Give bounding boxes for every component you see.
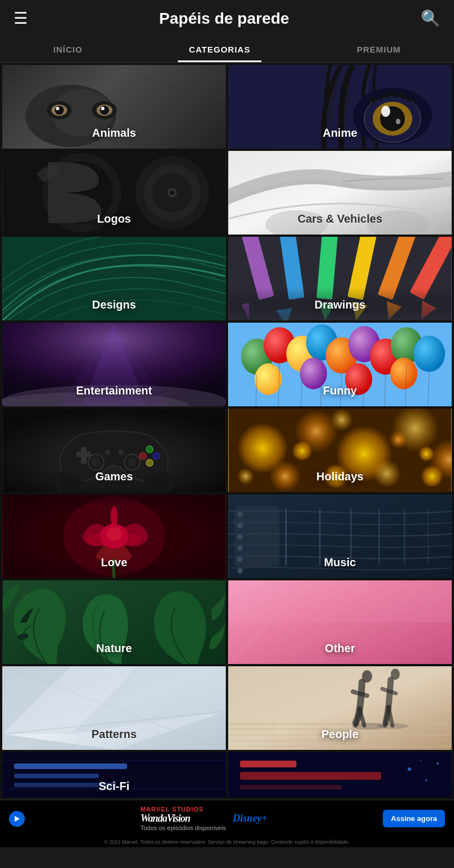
category-animals[interactable]: Animals: [2, 65, 226, 149]
svg-point-104: [269, 461, 301, 492]
ad-fine-print: © 2021 Marvel. Todos os direitos reserva…: [0, 837, 454, 847]
svg-rect-128: [319, 509, 321, 565]
svg-point-186: [436, 762, 439, 765]
category-label: Sci-Fi: [99, 780, 129, 793]
svg-point-108: [237, 468, 254, 485]
ad-banner: MARVEL STUDIOS WandaVision Todos os epis…: [0, 800, 454, 837]
category-entertainment[interactable]: Entertainment: [2, 323, 226, 406]
category-drawings[interactable]: Drawings: [228, 237, 452, 320]
svg-line-11: [8, 76, 48, 96]
svg-point-6: [55, 106, 64, 115]
search-icon[interactable]: 🔍: [421, 9, 440, 28]
category-label: Holidays: [316, 470, 363, 483]
category-music[interactable]: Music: [228, 494, 452, 578]
category-designs[interactable]: Designs: [2, 237, 226, 320]
svg-point-112: [418, 446, 434, 462]
svg-rect-127: [285, 509, 287, 565]
svg-point-74: [390, 358, 417, 389]
svg-point-124: [237, 545, 243, 551]
svg-rect-132: [427, 509, 429, 565]
category-scifi[interactable]: Sci-Fi: [2, 752, 226, 797]
svg-point-107: [421, 465, 443, 488]
svg-point-121: [237, 511, 243, 517]
svg-point-173: [377, 723, 408, 729]
svg-line-24: [394, 89, 395, 98]
category-anime[interactable]: Anime: [228, 65, 452, 149]
category-label: People: [321, 728, 359, 741]
category-funny[interactable]: Funny: [228, 323, 452, 406]
svg-point-106: [373, 459, 401, 488]
svg-point-95: [91, 458, 101, 467]
tab-inicio[interactable]: INÍCIO: [42, 37, 94, 62]
svg-point-126: [237, 568, 243, 574]
svg-rect-130: [378, 509, 380, 565]
category-label: Drawings: [315, 298, 365, 311]
app-header: ☰ Papéis de parede 🔍: [0, 0, 454, 37]
svg-point-125: [237, 557, 243, 562]
svg-point-91: [146, 459, 153, 466]
svg-rect-176: [14, 774, 99, 778]
svg-point-187: [420, 760, 422, 762]
svg-point-185: [425, 779, 427, 782]
category-label: Designs: [92, 298, 136, 311]
svg-point-90: [153, 453, 160, 459]
svg-point-71: [255, 363, 282, 395]
category-marvel[interactable]: [228, 752, 452, 797]
ad-show-name: WandaVision: [141, 813, 190, 824]
ad-tagline: Todos os episódios disponíveis: [141, 824, 226, 831]
ad-disney-logo: Disney+: [233, 813, 267, 824]
category-holidays[interactable]: Holidays: [228, 409, 452, 492]
category-label: Other: [325, 642, 355, 655]
svg-point-7: [100, 106, 109, 115]
ad-content: MARVEL STUDIOS WandaVision Todos os epis…: [141, 806, 268, 831]
svg-rect-131: [404, 509, 405, 565]
svg-line-13: [150, 82, 225, 99]
svg-point-92: [104, 450, 110, 455]
svg-rect-182: [240, 772, 381, 780]
svg-point-123: [237, 534, 243, 540]
svg-point-109: [292, 441, 312, 461]
menu-icon[interactable]: ☰: [14, 9, 28, 28]
svg-rect-156: [229, 723, 451, 725]
svg-point-93: [118, 450, 124, 455]
svg-point-70: [413, 336, 445, 372]
app-title: Papéis de parede: [159, 10, 289, 28]
ad-marvel-label: MARVEL STUDIOS: [141, 806, 226, 813]
svg-marker-188: [15, 816, 20, 822]
category-games[interactable]: Games: [2, 409, 226, 492]
category-grid: Animals: [0, 63, 454, 800]
svg-point-9: [101, 107, 104, 110]
category-label: Logos: [97, 212, 131, 225]
category-label: Animals: [92, 127, 136, 140]
category-label: Love: [101, 556, 128, 569]
category-label: Patterns: [91, 728, 137, 741]
svg-rect-183: [240, 785, 342, 789]
svg-point-35: [170, 190, 174, 195]
category-label: Nature: [96, 642, 132, 655]
category-label: Entertainment: [76, 384, 152, 397]
svg-point-8: [56, 107, 59, 110]
ad-play-icon: [9, 811, 25, 827]
category-patterns[interactable]: Patterns: [2, 666, 226, 750]
ad-disney: Disney+: [233, 813, 267, 824]
svg-point-88: [146, 446, 153, 453]
category-cars[interactable]: Cars & Vehicles: [228, 151, 452, 235]
svg-point-97: [128, 458, 137, 467]
tab-premium[interactable]: PREMIUM: [346, 37, 412, 62]
category-logos[interactable]: Logos: [2, 151, 226, 235]
category-label: Games: [95, 470, 133, 483]
svg-point-122: [237, 523, 243, 528]
svg-line-26: [409, 94, 411, 101]
category-people[interactable]: People: [228, 666, 452, 750]
svg-point-89: [139, 453, 146, 459]
svg-rect-160: [229, 745, 451, 747]
tab-categorias[interactable]: CATEGORIAS: [178, 37, 262, 62]
category-love[interactable]: Love: [2, 494, 226, 578]
category-nature[interactable]: Nature: [2, 580, 226, 664]
svg-rect-175: [14, 763, 127, 769]
ad-subscribe-button[interactable]: Assine agora: [383, 810, 445, 827]
svg-point-110: [389, 431, 407, 449]
category-label: Music: [324, 556, 356, 569]
category-other[interactable]: Other: [228, 580, 452, 664]
svg-point-20: [396, 119, 400, 124]
